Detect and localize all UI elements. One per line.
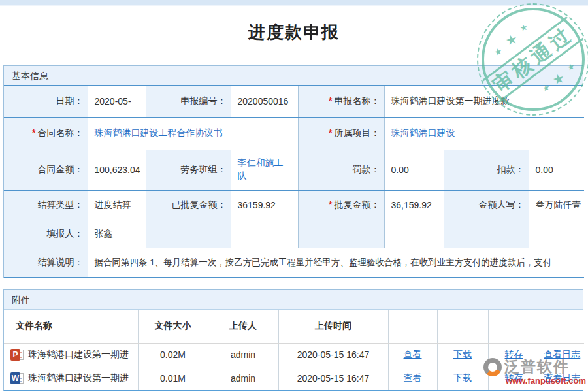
page-title: 进度款申报 bbox=[0, 21, 588, 44]
attachment-row: W 珠海鹤港口建设第一期进 0.01M admin 2020-05-15 16:… bbox=[4, 367, 584, 390]
star-icon: ★ bbox=[493, 46, 503, 58]
view-log-link[interactable]: 查看日志 bbox=[544, 349, 580, 359]
view-link[interactable]: 查看 bbox=[404, 349, 422, 359]
empty-label-cell bbox=[444, 220, 529, 248]
file-size: 0.01M bbox=[138, 367, 208, 390]
approved-total-value: 36159.92 bbox=[231, 190, 298, 220]
labor-team-link[interactable]: 李仁和施工队 bbox=[238, 157, 287, 182]
ppt-file-icon: P bbox=[10, 349, 24, 361]
download-link[interactable]: 下载 bbox=[453, 372, 472, 383]
declare-name-label: *申报名称： bbox=[298, 86, 384, 117]
file-name-cell: P 珠海鹤港口建设第一期进 bbox=[4, 343, 138, 367]
col-header-empty bbox=[437, 310, 488, 343]
amount-caps-value: 叁万陆仟壹 bbox=[529, 190, 584, 220]
empty-value-cell bbox=[231, 220, 298, 248]
penalty-label: 罚款： bbox=[298, 150, 384, 190]
col-header-empty bbox=[388, 310, 437, 343]
required-mark: * bbox=[329, 199, 332, 210]
attachment-row: P 珠海鹤港口建设第一期进 0.02M admin 2020-05-15 16:… bbox=[4, 343, 584, 367]
top-strip bbox=[0, 0, 588, 6]
contract-amount-label: 合同金额： bbox=[4, 150, 88, 190]
uploader: admin bbox=[208, 343, 278, 367]
save-as-cell: 转存 bbox=[488, 367, 540, 390]
view-cell: 查看 bbox=[388, 367, 437, 390]
save-as-cell: 转存 bbox=[488, 343, 540, 367]
col-header-file-size: 文件大小 bbox=[138, 310, 208, 343]
view-log-cell: 查看日志 bbox=[540, 367, 584, 390]
file-name: 珠海鹤港口建设第一期进 bbox=[28, 372, 129, 384]
save-as-link[interactable]: 转存 bbox=[505, 372, 523, 383]
col-header-uploader: 上传人 bbox=[208, 310, 278, 343]
contract-name-label: *合同名称： bbox=[4, 117, 88, 150]
save-as-link[interactable]: 转存 bbox=[505, 349, 523, 359]
view-log-cell: 查看日志 bbox=[540, 343, 584, 367]
filler-value: 张鑫 bbox=[88, 220, 146, 248]
uploader: admin bbox=[208, 367, 278, 390]
form-row-4: 结算类型： 进度结算 已批复金额： 36159.92 *批复金额： 36,159… bbox=[4, 190, 584, 220]
required-mark: * bbox=[329, 95, 332, 106]
approved-amount-label: *批复金额： bbox=[298, 190, 384, 220]
attachments-section-title: 附件 bbox=[4, 290, 583, 310]
col-header-empty bbox=[540, 310, 584, 343]
attachments-panel: 附件 文件名称 文件大小 上传人 上传时间 P 珠海鹤港口建设第一期进 0.02… bbox=[3, 289, 583, 391]
basic-info-panel: 基本信息 日期： 2020-05- 申报编号： 2020050016 *申报名称… bbox=[3, 65, 583, 278]
deduction-value: 0.00 bbox=[529, 150, 584, 190]
view-cell: 查看 bbox=[388, 343, 437, 367]
form-row-2: *合同名称： 珠海鹤港口建设工程合作协议书 *所属项目： 珠海鹤港口建设 bbox=[4, 117, 584, 150]
word-file-icon: W bbox=[10, 372, 24, 384]
approved-amount-value: 36,159.92 bbox=[384, 190, 444, 220]
view-log-link[interactable]: 查看日志 bbox=[544, 372, 580, 383]
deduction-label: 扣款： bbox=[444, 150, 529, 190]
attachments-table: 文件名称 文件大小 上传人 上传时间 P 珠海鹤港口建设第一期进 0.02M a… bbox=[4, 310, 584, 390]
form-row-5: 填报人： 张鑫 bbox=[4, 220, 584, 248]
contract-name-value: 珠海鹤港口建设工程合作协议书 bbox=[88, 117, 298, 150]
labor-team-value: 李仁和施工队 bbox=[231, 150, 298, 190]
settle-type-label: 结算类型： bbox=[4, 190, 88, 220]
declare-no-value: 2020050016 bbox=[231, 86, 298, 117]
view-link[interactable]: 查看 bbox=[404, 372, 422, 383]
empty-label-cell bbox=[298, 220, 384, 248]
download-link[interactable]: 下载 bbox=[453, 349, 472, 359]
declare-no-label: 申报编号： bbox=[146, 86, 231, 117]
settle-note-value: 据合同第四条 1、每月结算一次，按乙方已完成工程量并经甲方、监理验收合格，在收到… bbox=[88, 248, 584, 277]
col-header-empty bbox=[488, 310, 540, 343]
labor-team-label: 劳务班组： bbox=[146, 150, 231, 190]
required-mark: * bbox=[32, 127, 35, 138]
basic-info-table: 日期： 2020-05- 申报编号： 2020050016 *申报名称： 珠海鹤… bbox=[4, 86, 584, 278]
filler-label: 填报人： bbox=[4, 220, 88, 248]
file-name-cell: W 珠海鹤港口建设第一期进 bbox=[4, 367, 138, 390]
date-label: 日期： bbox=[4, 86, 88, 117]
contract-amount-value: 100,623.04 bbox=[88, 150, 146, 190]
empty-value-cell bbox=[529, 220, 584, 248]
settle-note-label: 结算说明： bbox=[4, 248, 88, 277]
empty-value-cell bbox=[384, 220, 444, 248]
project-label: *所属项目： bbox=[298, 117, 384, 150]
project-link[interactable]: 珠海鹤港口建设 bbox=[391, 127, 455, 138]
form-row-3: 合同金额： 100,623.04 劳务班组： 李仁和施工队 罚款： 0.00 扣… bbox=[4, 150, 584, 190]
download-cell: 下载 bbox=[437, 367, 488, 390]
basic-info-section-title: 基本信息 bbox=[4, 66, 583, 86]
settle-type-value: 进度结算 bbox=[88, 190, 146, 220]
file-name: 珠海鹤港口建设第一期进 bbox=[28, 349, 129, 361]
col-header-file-name: 文件名称 bbox=[4, 310, 138, 343]
declare-name-value: 珠海鹤港口建设第一期进度款 bbox=[384, 86, 584, 117]
required-mark: * bbox=[329, 127, 332, 138]
approved-total-label: 已批复金额： bbox=[146, 190, 231, 220]
form-row-1: 日期： 2020-05- 申报编号： 2020050016 *申报名称： 珠海鹤… bbox=[4, 86, 584, 117]
upload-time: 2020-05-15 16:47 bbox=[278, 367, 388, 390]
contract-name-link[interactable]: 珠海鹤港口建设工程合作协议书 bbox=[95, 127, 223, 138]
empty-label-cell bbox=[146, 220, 231, 248]
col-header-upload-time: 上传时间 bbox=[278, 310, 388, 343]
file-size: 0.02M bbox=[138, 343, 208, 367]
attachments-header-row: 文件名称 文件大小 上传人 上传时间 bbox=[4, 310, 584, 343]
project-value: 珠海鹤港口建设 bbox=[384, 117, 584, 150]
download-cell: 下载 bbox=[437, 343, 488, 367]
date-value: 2020-05- bbox=[88, 86, 146, 117]
amount-caps-label: 金额大写： bbox=[444, 190, 529, 220]
form-row-6: 结算说明： 据合同第四条 1、每月结算一次，按乙方已完成工程量并经甲方、监理验收… bbox=[4, 248, 584, 277]
upload-time: 2020-05-15 16:47 bbox=[278, 343, 388, 367]
penalty-value: 0.00 bbox=[384, 150, 444, 190]
